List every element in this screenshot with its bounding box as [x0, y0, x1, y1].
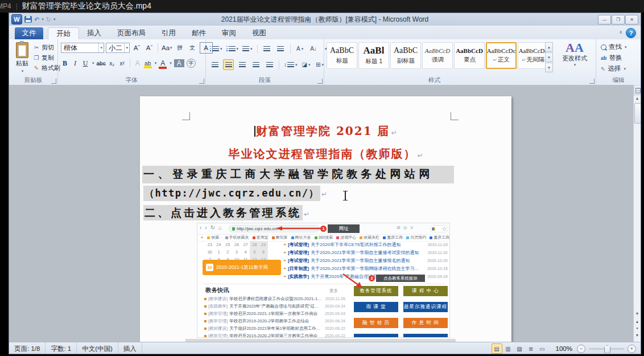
portal-button[interactable]: 课 程 中 心 [403, 286, 448, 296]
language-indicator[interactable]: 中文(中国) [77, 342, 118, 354]
bookmark-item[interactable]: 收藏夹栏 [360, 235, 379, 240]
font-size-combo[interactable]: 小二▾ [106, 43, 130, 53]
news-link[interactable]: 学校召开2019-2020-2学期第三次教学工作例会 [229, 333, 322, 338]
ribbon-tab[interactable]: 插入 [79, 27, 109, 39]
borders-button[interactable]: ⊞▾ [315, 59, 325, 70]
notice-link[interactable]: 关于2020-2021学年第一学期自主重修考试安排的通知 [311, 249, 423, 256]
tab-file[interactable]: 文件 [15, 27, 43, 39]
news-row[interactable]: [教学管理] 学校召开2019-2020-2学期第三次教学工作例会 2020-0… [204, 332, 345, 338]
ribbon-tab[interactable]: 引用 [154, 27, 184, 39]
portal-button[interactable]: 融 智 校 历 [354, 318, 398, 328]
notice-row[interactable]: ◄ [考试管理] 关于2020-2021学年第一学期自主重修报名的通知 2020… [283, 256, 448, 264]
style-card[interactable]: AaBbC 标题 [327, 42, 357, 69]
zoom-slider-thumb[interactable] [604, 345, 610, 353]
character-shading-button[interactable]: A [174, 59, 184, 67]
replace-button[interactable]: ab 替换 [601, 54, 627, 62]
portal-button[interactable]: 雨 课 堂 [354, 302, 398, 312]
increase-indent-button[interactable] [275, 43, 286, 54]
font-color-button[interactable]: A [159, 59, 167, 67]
web-layout-view-button[interactable]: ▨ [514, 343, 525, 354]
ribbon-tab[interactable]: 页面布局 [109, 27, 154, 39]
zoom-out-button[interactable]: − [577, 345, 585, 353]
style-card[interactable]: AaBbCcDc ↵无间隔 [518, 42, 548, 69]
gallery-scroll-down-button[interactable]: ▼ [545, 52, 553, 62]
ribbon-tab[interactable]: 视图 [244, 27, 274, 39]
style-card[interactable]: AaBbC 副标题 [390, 42, 421, 69]
sort-button[interactable]: A↓ [308, 43, 319, 54]
bold-button[interactable]: B [61, 59, 69, 68]
document-page[interactable]: 财富管理学院 2021 届↵ 毕业论文进程管理指南（教师版）↵ 一、登录重庆工商… [140, 96, 511, 342]
distribute-button[interactable] [264, 59, 275, 70]
gallery-scroll-up-button[interactable]: ▲ [545, 42, 553, 52]
cut-button[interactable]: ✂ 剪切 [33, 43, 54, 52]
draft-view-button[interactable]: ▭ [537, 343, 548, 354]
gallery-more-button[interactable]: ▼ [545, 63, 553, 72]
notice-link[interactable]: 关于2020-2021学年第一学期自主重修报名的通知 [311, 257, 423, 264]
word-count[interactable]: 字数: 1 [46, 342, 77, 354]
news-row[interactable]: [教学管理] 学校召开2019-2020-2学期教学工作总结会 2020-06-… [204, 317, 345, 325]
numbering-button[interactable]: ▾ [226, 43, 240, 54]
underline-dropdown-icon[interactable]: ▾ [92, 61, 94, 66]
restore-button[interactable]: ❐ [612, 15, 625, 24]
font-dialog-launcher[interactable] [199, 79, 204, 84]
change-styles-button[interactable]: AA 更改样式 ▾ [556, 42, 593, 76]
notice-link[interactable]: 关于2020-2021学年第一学期网络课程在线自主学习的通知 [311, 265, 423, 272]
portal-button[interactable]: 超星尔雅通识课程 [403, 302, 448, 312]
font-name-combo[interactable]: 楷体▾ [61, 43, 104, 53]
style-card[interactable]: AaBbCcD 强调 [422, 42, 453, 69]
align-center-button[interactable] [223, 59, 234, 70]
bookmark-item[interactable]: 重庆工商 [430, 235, 449, 240]
zoom-level[interactable]: 100% [556, 345, 572, 352]
highlight-color-button[interactable]: ab [144, 60, 152, 67]
grow-font-button[interactable]: Aˆ [131, 43, 142, 53]
align-left-button[interactable] [209, 59, 220, 70]
change-case-button[interactable]: Aa▾ [161, 43, 173, 53]
bookmark-item[interactable]: 重庆工商 [383, 235, 403, 240]
styles-dialog-launcher[interactable] [589, 79, 595, 84]
next-page-button[interactable]: ▼ [633, 333, 641, 337]
zoom-in-button[interactable]: + [628, 345, 636, 353]
align-right-button[interactable] [237, 59, 247, 70]
ruler-toggle-button[interactable] [634, 85, 641, 95]
enclose-characters-button[interactable]: 字 [187, 59, 196, 68]
minimize-button[interactable]: — [598, 15, 611, 24]
paste-button[interactable]: 粘贴 ▾ [11, 42, 33, 76]
character-scaling-button[interactable]: 文 [187, 43, 198, 53]
notice-row[interactable]: ◄ [考试管理] 关于2020-2021学年第一学期自主重修考试安排的通知 20… [283, 248, 448, 256]
style-card[interactable]: AaBbCcDc ↵正文 [486, 42, 517, 69]
news-row[interactable]: [教材建设] 关于做好2020-2021学年第1学期教材选用工作的通知 2020… [204, 325, 345, 332]
previous-page-button[interactable]: ▲ [633, 320, 641, 324]
line-spacing-button[interactable]: ↕▾ [283, 59, 298, 70]
scrollbar-thumb[interactable] [634, 103, 641, 124]
superscript-button[interactable]: x² [118, 60, 126, 67]
select-button[interactable]: ⇖ 选择▾ [601, 64, 627, 73]
print-layout-view-button[interactable]: ▤ [492, 343, 502, 354]
underline-button[interactable]: U [81, 59, 89, 68]
help-button[interactable]: ? [626, 28, 636, 38]
text-effects-button[interactable]: A [134, 59, 142, 67]
news-row[interactable]: [教学管理] 学校召开2020-2021-1学期第一次教学工作例会 2020-0… [204, 310, 345, 317]
ribbon-tab[interactable]: 审阅 [214, 27, 244, 39]
collapse-ribbon-icon[interactable]: ∧ [619, 30, 622, 35]
select-browse-object-button[interactable]: ● [633, 326, 641, 330]
clipboard-dialog-launcher[interactable] [51, 79, 56, 84]
strikethrough-button[interactable]: abc [97, 60, 106, 67]
scroll-down-button[interactable]: ▼ [633, 312, 641, 316]
close-button[interactable]: ✕ [625, 15, 638, 24]
notice-row[interactable]: ◄ [考试管理] 关于2020年下半年CET6笔试补报工作的通知 2020-11… [283, 240, 448, 248]
shading-button[interactable]: ◪▾ [301, 59, 312, 70]
notice-link[interactable]: 关于2020年下半年CET6笔试补报工作的通知 [311, 242, 423, 248]
italic-button[interactable]: I [71, 59, 79, 68]
multilevel-list-button[interactable]: ▾ [242, 43, 253, 54]
scroll-up-button[interactable]: ▲ [633, 96, 641, 100]
bookmark-item[interactable]: 网址大全 [291, 235, 311, 240]
format-painter-button[interactable]: ✎ 格式刷 [33, 63, 60, 73]
bookmark-item[interactable]: 日历预约 [406, 235, 426, 240]
phonetic-guide-button[interactable]: 拼 [175, 43, 185, 53]
ribbon-tab[interactable]: 开始 [48, 27, 79, 39]
portal-button[interactable]: 作 息 时 间 [403, 318, 448, 328]
news-link[interactable]: 学校召开课程思政建设工作会议暨2020-2021-1学期第二次教... [229, 296, 322, 302]
paste-dropdown-icon[interactable]: ▾ [22, 69, 24, 73]
justify-button[interactable] [250, 59, 261, 70]
zoom-slider[interactable] [589, 348, 624, 350]
